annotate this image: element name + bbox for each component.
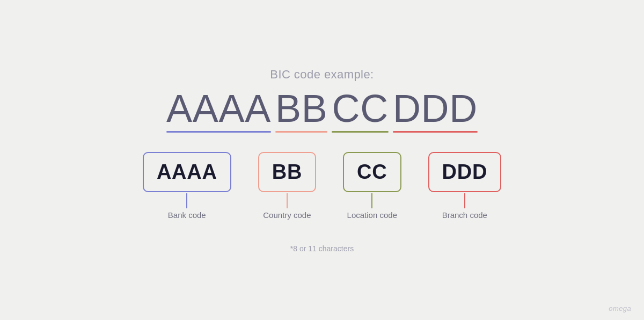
code-box: AAAA bbox=[143, 152, 231, 192]
bic-underline bbox=[332, 131, 388, 133]
bic-underline bbox=[393, 131, 478, 133]
bic-display: AAAABBCCDDD bbox=[166, 89, 478, 133]
bic-segment: BB bbox=[275, 89, 328, 133]
code-box-text: DDD bbox=[442, 161, 488, 184]
box-label: Country code bbox=[263, 210, 311, 220]
bic-segment: DDD bbox=[393, 89, 478, 133]
bic-underline bbox=[275, 131, 328, 133]
bic-segment-text: AAAA bbox=[166, 89, 271, 128]
code-box: DDD bbox=[428, 152, 502, 192]
watermark: omega bbox=[609, 304, 631, 312]
main-container: BIC code example: AAAABBCCDDD AAAABank c… bbox=[0, 68, 644, 253]
connector-line bbox=[371, 193, 372, 208]
code-box-text: CC bbox=[357, 161, 387, 184]
connector-line bbox=[186, 193, 187, 208]
bic-segment-text: CC bbox=[332, 89, 388, 128]
box-label: Branch code bbox=[442, 210, 487, 220]
page-title: BIC code example: bbox=[270, 68, 374, 82]
code-box-text: AAAA bbox=[157, 161, 217, 184]
box-item: CCLocation code bbox=[343, 152, 401, 220]
box-item: BBCountry code bbox=[258, 152, 316, 220]
bic-segment: AAAA bbox=[166, 89, 271, 133]
code-box-text: BB bbox=[272, 161, 302, 184]
box-item: DDDBranch code bbox=[428, 152, 502, 220]
bic-segment-text: BB bbox=[275, 89, 328, 128]
bic-segment: CC bbox=[332, 89, 388, 133]
bic-segment-text: DDD bbox=[393, 89, 478, 128]
connector-line bbox=[464, 193, 465, 208]
connector-line bbox=[287, 193, 288, 208]
code-box: BB bbox=[258, 152, 316, 192]
bic-underline bbox=[166, 131, 271, 133]
box-item: AAAABank code bbox=[143, 152, 231, 220]
footer-note: *8 or 11 characters bbox=[290, 244, 354, 253]
boxes-row: AAAABank codeBBCountry codeCCLocation co… bbox=[143, 152, 501, 220]
box-label: Bank code bbox=[168, 210, 206, 220]
code-box: CC bbox=[343, 152, 401, 192]
box-label: Location code bbox=[347, 210, 397, 220]
